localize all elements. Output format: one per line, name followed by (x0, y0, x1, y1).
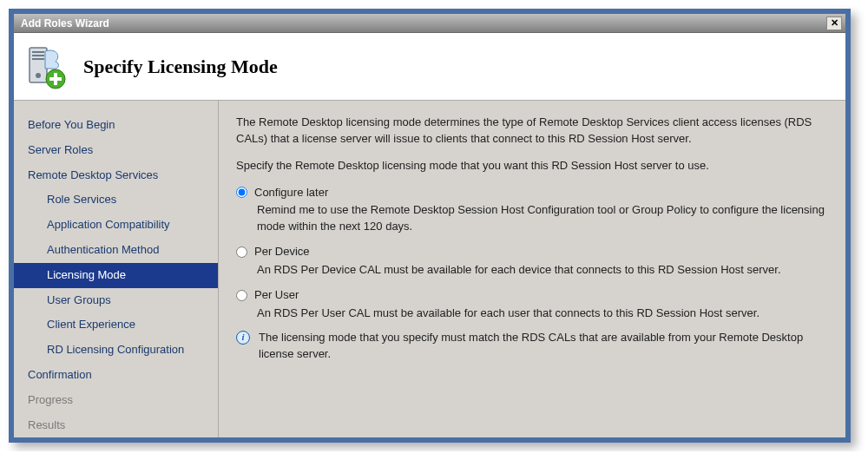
nav-item-server-roles[interactable]: Server Roles (14, 138, 218, 163)
info-text: The licensing mode that you specify must… (259, 330, 826, 363)
close-icon: ✕ (831, 17, 838, 29)
radio-description: An RDS Per Device CAL must be available … (257, 262, 826, 279)
server-role-icon (23, 44, 68, 89)
nav-item-authentication-method[interactable]: Authentication Method (14, 238, 218, 263)
nav-item-progress: Progress (14, 388, 218, 413)
svg-rect-7 (49, 77, 62, 81)
nav-item-client-experience[interactable]: Client Experience (14, 312, 218, 338)
nav-item-user-groups[interactable]: User Groups (14, 288, 218, 313)
wizard-header: Specify Licensing Mode (14, 33, 845, 101)
svg-rect-1 (32, 51, 44, 53)
intro-paragraph-2: Specify the Remote Desktop licensing mod… (236, 158, 826, 174)
close-button[interactable]: ✕ (826, 16, 842, 30)
nav-item-remote-desktop-services[interactable]: Remote Desktop Services (14, 163, 218, 188)
svg-rect-3 (32, 58, 44, 60)
radio-row[interactable]: Per Device (236, 244, 826, 260)
nav-item-rd-licensing-configuration[interactable]: RD Licensing Configuration (14, 338, 218, 363)
radio-option-configure-later: Configure laterRemind me to use the Remo… (236, 185, 826, 236)
page-title: Specify Licensing Mode (83, 56, 278, 78)
nav-item-confirmation[interactable]: Confirmation (14, 363, 218, 388)
window-title: Add Roles Wizard (21, 17, 826, 30)
radio-description: An RDS Per User CAL must be available fo… (257, 306, 826, 322)
info-icon: i (236, 331, 250, 345)
title-bar: Add Roles Wizard ✕ (14, 14, 845, 33)
radio-input[interactable] (236, 246, 247, 258)
nav-item-role-services[interactable]: Role Services (14, 187, 218, 213)
nav-item-results: Results (14, 413, 218, 438)
wizard-content: The Remote Desktop licensing mode determ… (219, 101, 845, 437)
radio-description: Remind me to use the Remote Desktop Sess… (257, 202, 826, 235)
licensing-options: Configure laterRemind me to use the Remo… (236, 185, 826, 322)
wizard-window: Add Roles Wizard ✕ Specify Licensing Mod… (9, 9, 851, 443)
radio-input[interactable] (236, 187, 247, 198)
nav-item-licensing-mode[interactable]: Licensing Mode (14, 263, 218, 288)
radio-option-per-user: Per UserAn RDS Per User CAL must be avai… (236, 287, 826, 322)
wizard-body: Before You BeginServer RolesRemote Deskt… (14, 101, 845, 437)
wizard-sidebar: Before You BeginServer RolesRemote Deskt… (14, 101, 219, 437)
radio-option-per-device: Per DeviceAn RDS Per Device CAL must be … (236, 244, 826, 279)
radio-label: Configure later (254, 185, 328, 201)
radio-label: Per Device (254, 244, 310, 260)
radio-row[interactable]: Per User (236, 287, 826, 304)
svg-rect-2 (32, 55, 44, 56)
radio-input[interactable] (236, 290, 247, 301)
radio-label: Per User (254, 287, 299, 304)
intro-paragraph-1: The Remote Desktop licensing mode determ… (236, 115, 826, 148)
svg-point-4 (36, 73, 41, 78)
nav-item-application-compatibility[interactable]: Application Compatibility (14, 213, 218, 238)
radio-row[interactable]: Configure later (236, 185, 826, 201)
nav-item-before-you-begin[interactable]: Before You Begin (14, 113, 218, 138)
info-note: i The licensing mode that you specify mu… (236, 330, 826, 363)
